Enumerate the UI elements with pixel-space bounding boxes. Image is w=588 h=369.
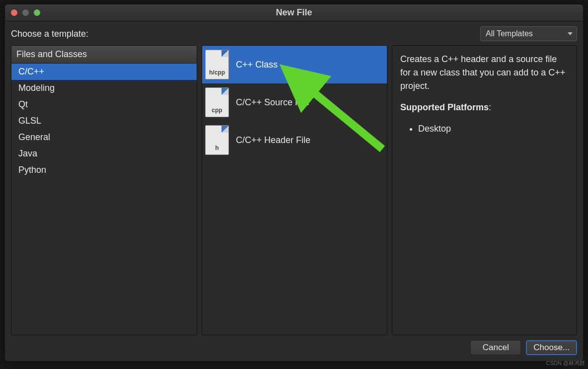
template-item[interactable]: h/cppC++ Class xyxy=(202,46,387,83)
category-item[interactable]: C/C++ xyxy=(11,64,197,80)
category-item[interactable]: Modeling xyxy=(11,80,197,96)
template-description: Creates a C++ header and a source file f… xyxy=(400,53,569,93)
template-filter-combo[interactable]: All Templates xyxy=(480,26,577,41)
category-item[interactable]: GLSL xyxy=(11,113,197,129)
description-pane: Creates a C++ header and a source file f… xyxy=(392,45,577,335)
category-item[interactable]: Java xyxy=(11,146,197,162)
file-icon: h xyxy=(205,125,229,155)
supported-platforms-heading: Supported Platforms xyxy=(400,102,489,112)
choose-template-label: Choose a template: xyxy=(11,29,88,39)
new-file-dialog: New File Choose a template: All Template… xyxy=(4,4,584,362)
template-list: h/cppC++ ClasscppC/C++ Source FilehC/C++… xyxy=(202,45,387,335)
file-icon: h/cpp xyxy=(205,50,229,79)
category-item[interactable]: Qt xyxy=(11,96,197,113)
platform-item: Desktop xyxy=(418,122,569,136)
file-icon: cpp xyxy=(205,87,229,117)
template-item[interactable]: cppC/C++ Source File xyxy=(202,83,387,121)
footer: Cancel Choose... xyxy=(5,335,583,361)
template-item-label: C/C++ Header File xyxy=(236,135,310,146)
platforms-list: Desktop xyxy=(418,122,569,136)
template-item-label: C++ Class xyxy=(236,60,278,70)
window-title: New File xyxy=(5,7,583,18)
category-item[interactable]: Python xyxy=(11,162,197,178)
titlebar: New File xyxy=(5,4,583,21)
columns: Files and Classes C/C++ModelingQtGLSLGen… xyxy=(5,45,583,335)
template-item-label: C/C++ Source File xyxy=(236,97,309,108)
template-item[interactable]: hC/C++ Header File xyxy=(202,121,387,159)
category-header: Files and Classes xyxy=(11,46,197,64)
category-list: Files and Classes C/C++ModelingQtGLSLGen… xyxy=(11,45,197,335)
choose-button[interactable]: Choose... xyxy=(526,340,577,355)
cancel-button[interactable]: Cancel xyxy=(470,340,521,355)
watermark: CSDN @林鸿群 xyxy=(546,360,585,367)
template-filter-value: All Templates xyxy=(486,29,533,38)
chevron-down-icon xyxy=(568,32,573,35)
category-item[interactable]: General xyxy=(11,129,197,146)
topbar: Choose a template: All Templates xyxy=(5,21,583,45)
